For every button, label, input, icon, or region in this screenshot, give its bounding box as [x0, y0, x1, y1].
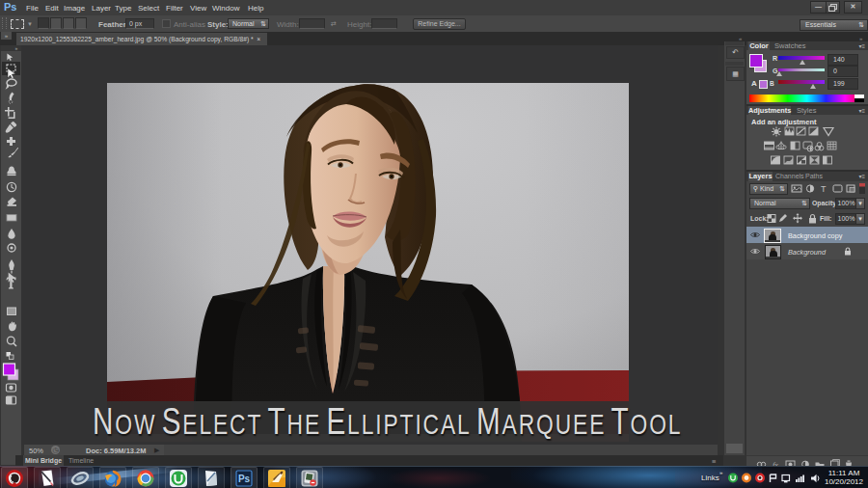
svg-text:T: T	[821, 184, 827, 194]
svg-text:»: »	[15, 45, 18, 51]
svg-text:Ps: Ps	[238, 474, 251, 484]
